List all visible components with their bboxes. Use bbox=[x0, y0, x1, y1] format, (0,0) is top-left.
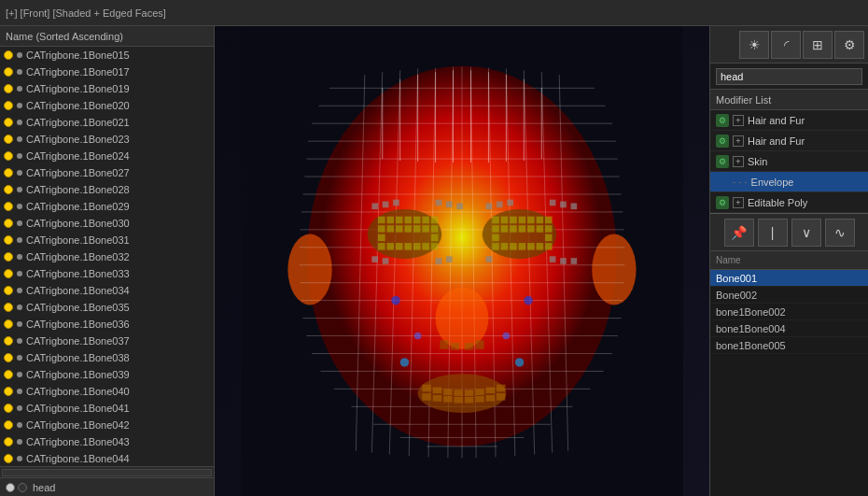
svg-rect-111 bbox=[393, 200, 399, 206]
left-list-item[interactable]: CATrigbone.1Bone042 bbox=[0, 417, 214, 433]
left-list-item[interactable]: CATrigbone.1Bone031 bbox=[0, 232, 214, 248]
sun-icon: ☀ bbox=[749, 37, 761, 52]
expand-icon-hair-fur-1[interactable]: + bbox=[733, 115, 744, 126]
modifier-item-skin[interactable]: ⚙+Skin bbox=[710, 151, 868, 172]
modifier-item-envelope[interactable]: - - - Envelope bbox=[710, 172, 868, 192]
bulb-icon bbox=[4, 101, 13, 110]
toolbar-people-button[interactable]: ⊞ bbox=[803, 31, 833, 59]
svg-rect-75 bbox=[527, 225, 535, 233]
left-panel: Name (Sorted Ascending) CATrigbone.1Bone… bbox=[0, 26, 215, 496]
svg-rect-80 bbox=[492, 243, 499, 250]
status-label: head bbox=[33, 482, 55, 493]
svg-rect-67 bbox=[519, 217, 526, 224]
left-list-item[interactable]: CATrigbone.1Bone023 bbox=[0, 131, 214, 148]
bone-item-bone001[interactable]: Bone001 bbox=[710, 270, 868, 287]
svg-rect-125 bbox=[486, 256, 493, 262]
svg-rect-112 bbox=[436, 200, 442, 206]
left-list-item[interactable]: CATrigbone.1Bone036 bbox=[0, 316, 214, 333]
viewport-background bbox=[215, 26, 709, 496]
bone-item-bone1bone002[interactable]: bone1Bone002 bbox=[710, 304, 868, 320]
left-list-item[interactable]: CATrigbone.1Bone039 bbox=[0, 366, 214, 383]
svg-rect-76 bbox=[537, 225, 544, 233]
top-bar: [+] [Front] [Shaded + Edged Faces] bbox=[0, 0, 868, 26]
left-list-item[interactable]: CATrigbone.1Bone027 bbox=[0, 164, 214, 181]
left-list-item[interactable]: CATrigbone.1Bone028 bbox=[0, 181, 214, 198]
expand-icon-hair-fur-2[interactable]: + bbox=[733, 135, 744, 147]
mod-tool-pin-button[interactable]: 📌 bbox=[724, 219, 754, 247]
modifier-icon-skin: ⚙ bbox=[716, 155, 729, 168]
mod-tool-arrow-button[interactable]: ∨ bbox=[791, 219, 821, 247]
left-list-item[interactable]: CATrigbone.1Bone041 bbox=[0, 400, 214, 417]
left-list-item[interactable]: CATrigbone.1Bone043 bbox=[0, 433, 214, 450]
left-list-item[interactable]: CATrigbone.1Bone029 bbox=[0, 198, 214, 215]
svg-rect-109 bbox=[371, 203, 378, 209]
bulb-icon bbox=[4, 353, 13, 362]
left-status-bar: head bbox=[0, 477, 214, 496]
left-list-item[interactable]: CATrigbone.1Bone032 bbox=[0, 248, 214, 265]
svg-rect-69 bbox=[537, 217, 544, 224]
svg-rect-86 bbox=[545, 243, 553, 250]
left-list-item[interactable]: CATrigbone.1Bone017 bbox=[0, 64, 214, 80]
bulb-icon bbox=[4, 319, 13, 329]
dots-prefix: - - - bbox=[733, 177, 748, 187]
left-list-item[interactable]: CATrigbone.1Bone044 bbox=[0, 450, 214, 466]
svg-point-134 bbox=[503, 333, 511, 340]
expand-icon-skin[interactable]: + bbox=[733, 156, 744, 167]
arc-icon: ◜ bbox=[784, 37, 789, 52]
svg-rect-68 bbox=[527, 217, 535, 224]
left-list-item[interactable]: CATrigbone.1Bone021 bbox=[0, 114, 214, 131]
toolbar-arc-button[interactable]: ◜ bbox=[771, 31, 801, 59]
svg-rect-121 bbox=[507, 200, 513, 206]
left-scroll-bar[interactable] bbox=[0, 466, 214, 477]
object-name-input[interactable] bbox=[716, 68, 862, 85]
svg-rect-85 bbox=[537, 243, 544, 250]
left-list-item[interactable]: CATrigbone.1Bone024 bbox=[0, 148, 214, 164]
bulb-icon bbox=[4, 235, 13, 245]
list-item-text: CATrigbone.1Bone040 bbox=[26, 386, 130, 397]
bone-item-bone1bone004[interactable]: bone1Bone004 bbox=[710, 320, 868, 337]
dot-icon bbox=[17, 338, 22, 344]
bone-item-bone1bone005[interactable]: bone1Bone005 bbox=[710, 337, 868, 354]
bulb-icon bbox=[4, 168, 13, 177]
toolbar-gear-button[interactable]: ⚙ bbox=[834, 31, 864, 59]
status-circle-white bbox=[6, 483, 15, 492]
svg-rect-74 bbox=[519, 225, 526, 233]
toolbar-sun-button[interactable]: ☀ bbox=[739, 31, 769, 59]
bone-list[interactable]: Bone001Bone002bone1Bone002bone1Bone004bo… bbox=[710, 270, 868, 496]
viewport[interactable] bbox=[215, 26, 709, 496]
bulb-icon bbox=[4, 67, 13, 77]
left-list-item[interactable]: CATrigbone.1Bone040 bbox=[0, 383, 214, 400]
left-list-item[interactable]: CATrigbone.1Bone038 bbox=[0, 349, 214, 366]
left-list-item[interactable]: CATrigbone.1Bone033 bbox=[0, 265, 214, 282]
left-list-item[interactable]: CATrigbone.1Bone015 bbox=[0, 47, 214, 64]
modifier-item-editable-poly[interactable]: ⚙+Editable Poly bbox=[710, 192, 868, 213]
svg-rect-71 bbox=[492, 225, 499, 233]
left-list-item[interactable]: CATrigbone.1Bone020 bbox=[0, 97, 214, 114]
left-list-item[interactable]: CATrigbone.1Bone035 bbox=[0, 299, 214, 316]
left-list-item[interactable]: CATrigbone.1Bone037 bbox=[0, 333, 214, 349]
bone-list-container[interactable]: CATrigbone.1Bone015CATrigbone.1Bone017CA… bbox=[0, 47, 214, 466]
svg-rect-124 bbox=[571, 203, 578, 209]
modifier-item-hair-fur-1[interactable]: ⚙+Hair and Fur bbox=[710, 110, 868, 131]
bone-item-bone002[interactable]: Bone002 bbox=[710, 287, 868, 304]
dot-icon bbox=[17, 86, 22, 92]
list-item-text: CATrigbone.1Bone036 bbox=[26, 319, 130, 330]
svg-rect-120 bbox=[497, 202, 503, 208]
list-item-text: CATrigbone.1Bone038 bbox=[26, 352, 130, 363]
left-list-item[interactable]: CATrigbone.1Bone019 bbox=[0, 80, 214, 97]
left-list-item[interactable]: CATrigbone.1Bone030 bbox=[0, 215, 214, 232]
svg-rect-91 bbox=[475, 340, 483, 348]
dot-icon bbox=[17, 204, 22, 209]
mod-tool-wave-button[interactable]: ∿ bbox=[825, 219, 855, 247]
svg-rect-72 bbox=[501, 225, 509, 233]
svg-rect-84 bbox=[527, 243, 535, 250]
bulb-icon bbox=[4, 252, 13, 262]
mod-tool-edit-button[interactable]: | bbox=[758, 219, 788, 247]
scroll-track[interactable] bbox=[2, 469, 212, 476]
left-list-item[interactable]: CATrigbone.1Bone034 bbox=[0, 282, 214, 299]
modifier-item-hair-fur-2[interactable]: ⚙+Hair and Fur bbox=[710, 131, 868, 151]
svg-rect-46 bbox=[422, 217, 429, 224]
svg-rect-49 bbox=[386, 225, 394, 233]
svg-rect-103 bbox=[443, 396, 452, 403]
expand-icon-editable-poly[interactable]: + bbox=[733, 197, 744, 208]
